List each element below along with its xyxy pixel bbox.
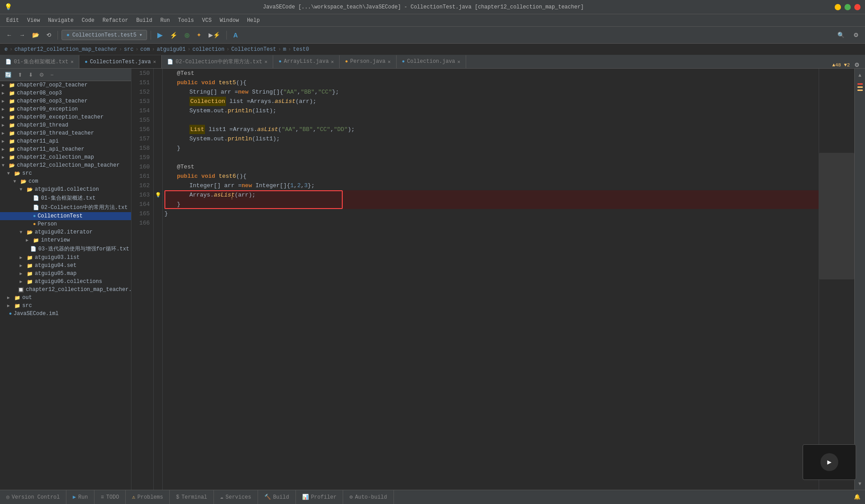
tab-collectiontest[interactable]: ● CollectionTest.java ✕ [79,55,162,68]
tree-item-person[interactable]: ▶ ● Person [0,220,131,228]
tab-arraylist[interactable]: ● ArrayList.java ✕ [273,55,340,68]
tree-item-atguigu03[interactable]: ▶ 📁 atguigu03.list [0,254,131,262]
tab-close-2[interactable]: ✕ [265,59,268,65]
breadcrumb-com[interactable]: com [140,46,150,53]
coverage-button[interactable]: ◎ [182,30,192,40]
tree-item-chapter12b[interactable]: ▼ 📂 chapter12_collection_map_teacher [0,161,131,169]
tab-close-4[interactable]: ✕ [388,59,391,65]
kw-public: public [177,78,198,87]
sidebar-settings-btn[interactable]: ⚙ [37,71,46,79]
tree-item-chapter07[interactable]: ▶ 📁 chapter07_oop2_teacher [0,81,131,89]
menu-build[interactable]: Build [133,16,156,25]
menu-navigate[interactable]: Navigate [45,16,78,25]
tree-item-txt2[interactable]: ▶ 📄 02-Collection中的常用方法.txt [0,203,131,212]
breadcrumb-test0[interactable]: test0 [293,46,309,53]
menu-help[interactable]: Help [243,16,263,25]
tab-settings-btn[interactable]: ⚙ [853,61,861,68]
forward-button[interactable]: → [16,30,28,40]
tab-build[interactable]: 🔨 Build [258,490,296,504]
tab-services[interactable]: ☁ Services [214,490,258,504]
breadcrumb-src[interactable]: src [124,46,134,53]
tree-item-atguigu06[interactable]: ▶ 📁 atguigu06.collections [0,278,131,286]
tab-close-active[interactable]: ✕ [153,59,156,65]
tab-problems[interactable]: ⚠ Problems [126,490,170,504]
tab-auto-build[interactable]: ⚙ Auto-build [343,490,394,504]
tree-item-chapter09b[interactable]: ▶ 📁 chapter09_exception_teacher [0,113,131,121]
tree-item-javasecode-iml[interactable]: ▶ ● JavaSECode.iml [0,310,131,318]
run-with-button[interactable]: ▶⚡ [206,30,223,40]
back-button[interactable]: ← [4,30,15,40]
tree-item-iml[interactable]: ▶ 🔲 chapter12_collection_map_teacher.iml [0,286,131,294]
tab-txt1[interactable]: 📄 01-集合框架概述.txt ✕ [0,55,79,68]
translate-button[interactable]: A [230,30,240,40]
tree-item-chapter10a[interactable]: ▶ 📁 chapter10_thread [0,121,131,129]
search-button[interactable]: 🔍 [835,30,847,40]
breadcrumb-collection[interactable]: collection [193,46,225,53]
editor-area[interactable]: 150 ▼ 151 152 153 154 155 156 157 158 15… [131,69,865,490]
tree-item-src2[interactable]: ▶ 📁 src [0,302,131,310]
tab-txt2[interactable]: 📄 02-Collection中的常用方法.txt ✕ [162,55,273,68]
tree-item-collectiontest[interactable]: ▶ ● CollectionTest [0,212,131,220]
sidebar-close-btn[interactable]: − [48,71,56,79]
tree-item-txt1[interactable]: ▶ 📄 01-集合框架概述.txt [0,193,131,203]
minimap[interactable] [819,69,854,490]
menu-run[interactable]: Run [157,16,174,25]
run-config-dropdown[interactable]: ● CollectionTest.test5 ▾ [61,30,147,40]
tab-close-1[interactable]: ✕ [70,59,74,65]
menu-tools[interactable]: Tools [174,16,197,25]
history-button[interactable]: ⟲ [44,30,54,40]
tree-item-chapter11b[interactable]: ▶ 📁 chapter11_api_teacher [0,145,131,153]
tree-item-out[interactable]: ▶ 📁 out [0,294,131,302]
tree-item-chapter12a[interactable]: ▶ 📁 chapter12_collection_map [0,153,131,161]
sidebar-collapse-btn[interactable]: ⬆ [16,71,25,79]
run-button[interactable]: ▶ [155,29,165,41]
tree-item-chapter10b[interactable]: ▶ 📁 chapter10_thread_teacher [0,129,131,137]
tab-terminal[interactable]: $ Terminal [170,490,214,504]
recent-files-button[interactable]: 📂 [29,30,42,40]
tree-item-com[interactable]: ▼ 📂 com [0,177,131,185]
breadcrumb-atguigu01[interactable]: atguigu01 [157,46,186,53]
tab-profiler[interactable]: 📊 Profiler [296,490,344,504]
sidebar-expand-btn[interactable]: ⬇ [26,71,35,79]
tab-close-3[interactable]: ✕ [331,59,334,65]
menu-code[interactable]: Code [78,16,98,25]
maximize-button[interactable]: □ [845,4,851,10]
tree-arrow-expanded: ▼ [2,163,7,168]
settings-button[interactable]: ⚙ [851,30,861,40]
minimize-button[interactable]: − [835,4,841,10]
tree-item-atguigu04[interactable]: ▶ 📁 atguigu04.set [0,262,131,270]
tree-item-atguigu01[interactable]: ▼ 📂 atguigu01.collection [0,185,131,193]
tree-item-chapter08b[interactable]: ▶ 📁 chapter08_oop3_teacher [0,97,131,105]
tree-item-txt3[interactable]: ▶ 📄 03-迭代器的使用与增强for循环.txt [0,244,131,254]
menu-vcs[interactable]: VCS [198,16,215,25]
debug-button[interactable]: ⚡ [167,30,180,40]
tab-person[interactable]: ● Person.java ✕ [340,55,396,68]
profile-button[interactable]: ✦ [194,30,204,40]
scroll-down-btn[interactable]: ▼ [856,479,865,488]
tree-item-atguigu02[interactable]: ▼ 📂 atguigu02.iterator [0,228,131,236]
tree-item-interview[interactable]: ▶ 📁 interview [0,236,131,244]
tab-version-control[interactable]: ◎ Version Control [0,490,66,504]
breadcrumb-collectiontest[interactable]: CollectionTest [231,46,276,53]
video-play-button[interactable]: ▶ [820,453,838,471]
tab-run[interactable]: ▶ Run [66,490,94,504]
menu-edit[interactable]: Edit [3,16,23,25]
breadcrumb-m[interactable]: m [283,46,286,53]
tab-todo[interactable]: ≡ TODO [94,490,126,504]
tree-item-atguigu05[interactable]: ▶ 📁 atguigu05.map [0,270,131,278]
tab-close-5[interactable]: ✕ [457,59,460,65]
tree-item-chapter08a[interactable]: ▶ 📁 chapter08_oop3 [0,89,131,97]
menu-window[interactable]: Window [216,16,242,25]
scroll-up-btn[interactable]: ▲ [856,70,865,79]
sidebar-sync-btn[interactable]: 🔄 [3,71,14,79]
close-button[interactable]: ✕ [854,4,861,10]
tree-item-chapter09a[interactable]: ▶ 📁 chapter09_exception [0,105,131,113]
tree-item-src-main[interactable]: ▼ 📂 src [0,169,131,177]
breadcrumb-e[interactable]: e [4,46,8,53]
menu-view[interactable]: View [24,16,44,25]
tab-collection[interactable]: ● Collection.java ✕ [397,55,466,68]
breadcrumb-project[interactable]: chapter12_collection_map_teacher [14,46,117,53]
editor-content[interactable]: @Test public void test5 (){ String [] ar… [163,69,819,490]
menu-refactor[interactable]: Refactor [99,16,132,25]
tree-item-chapter11a[interactable]: ▶ 📁 chapter11_api [0,137,131,145]
